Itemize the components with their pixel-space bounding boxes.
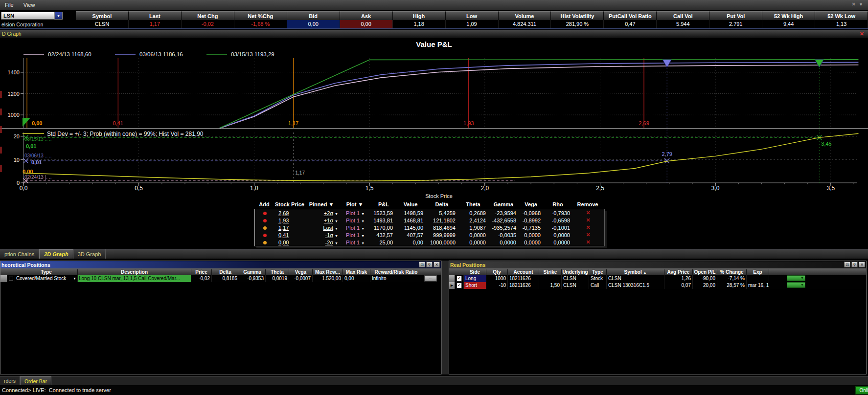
quote-value: 0,00 — [340, 20, 393, 28]
pinned-type-dropdown[interactable]: Last▼ — [306, 225, 338, 231]
svg-text:3,45: 3,45 — [821, 141, 831, 147]
quote-value: 4.824.311 — [499, 20, 551, 28]
pinned-stock-price-link[interactable]: 0,00 — [274, 240, 306, 245]
quote-value: 1,18 — [393, 20, 446, 28]
tab-order-bar[interactable]: Order Bar — [20, 376, 51, 385]
tab-rders[interactable]: rders — [0, 376, 20, 385]
remove-point-button[interactable]: ✕ — [573, 217, 603, 223]
menu-view[interactable]: View — [19, 1, 40, 9]
window-controls[interactable]: ✕▾ — [852, 1, 866, 7]
theo-value: -0,02 — [191, 275, 212, 282]
tab-3d-graph[interactable]: 3D Graph — [73, 249, 106, 259]
quote-value: 1,17 — [129, 20, 182, 28]
svg-text:1,17: 1,17 — [296, 170, 305, 176]
quote-value: -0,02 — [182, 20, 234, 28]
svg-text:2,0: 2,0 — [480, 185, 489, 192]
row-selector[interactable]: ▶ — [449, 282, 455, 289]
real-col-header: Symbol ▲ — [607, 269, 664, 275]
chevron-down-icon[interactable]: ▾ — [860, 1, 866, 7]
position-checkbox[interactable]: ✓ — [457, 276, 462, 282]
side-cell: Long — [464, 275, 486, 282]
graph-close-icon[interactable]: ✕ — [860, 31, 864, 37]
legend-entry: 02/24/13 1168,60 — [48, 51, 91, 57]
pinned-col-3[interactable]: Plot ▼ — [338, 201, 372, 207]
pinned-stock-price-link[interactable]: 1,93 — [274, 218, 306, 223]
theo-col-header: Price — [191, 269, 212, 275]
remove-point-button[interactable]: ✕ — [573, 210, 603, 216]
theo-value: 0,00 — [343, 275, 370, 282]
pinned-type-dropdown[interactable]: +2σ▼ — [306, 210, 338, 216]
pinned-stock-price-link[interactable]: 2,69 — [274, 210, 306, 216]
tab-2d-graph[interactable]: 2D Graph — [39, 249, 73, 259]
pin-icon[interactable]: ⚲ — [851, 262, 858, 267]
real-table-header: SideQtyAccountStrikeUnderlyingTypeSymbol… — [449, 268, 866, 275]
chevron-down-icon: ▼ — [361, 241, 365, 245]
svg-text:0,0: 0,0 — [20, 185, 28, 192]
expiry-marker-icon[interactable] — [815, 60, 823, 67]
pinned-stock-price-link[interactable]: 1,17 — [274, 225, 306, 231]
pinned-type-dropdown[interactable]: +1σ▼ — [306, 218, 338, 223]
strategy-type-dropdown[interactable]: Covered/Married Stock▼ — [15, 275, 78, 282]
svg-text:3,5: 3,5 — [827, 185, 835, 192]
position-description: Long 10 CLSN mar, 13 1,5 Call Covered/Ma… — [78, 275, 191, 282]
close-icon[interactable]: ✕ — [859, 262, 865, 267]
pinned-table-header: AddStock PricePinned ▼Plot ▼P&LValueDelt… — [254, 200, 604, 208]
pinned-value: -0,0968 — [519, 210, 544, 216]
plot-dropdown[interactable]: Plot 1▼ — [338, 218, 372, 223]
symbol-combo-value[interactable]: LSN — [1, 12, 54, 20]
plot-dropdown[interactable]: Plot 1▼ — [338, 232, 372, 238]
remove-point-button[interactable]: ✕ — [573, 239, 603, 245]
company-name: elsion Corporation — [1, 22, 43, 27]
pinned-value: -0,7930 — [544, 210, 573, 216]
separator — [0, 28, 868, 29]
row-selector[interactable] — [449, 275, 455, 282]
real-value: 0,07 — [664, 282, 693, 289]
remove-point-button[interactable]: ✕ — [573, 224, 603, 231]
plot-dropdown[interactable]: Plot 1▼ — [338, 240, 372, 245]
pinned-col-2[interactable]: Pinned ▼ — [305, 201, 338, 207]
real-position-row: ▶✓Short-10182116261,50CLSNCallCLSN 13031… — [449, 282, 866, 289]
theoretical-positions-title: heoretical Positions — [1, 262, 50, 268]
plot-dropdown[interactable]: Plot 1▼ — [338, 225, 372, 231]
order-action-dropdown[interactable]: ▼ — [787, 282, 805, 288]
menu-file[interactable]: File — [0, 1, 19, 9]
real-value: 1,26 — [664, 275, 693, 282]
close-icon[interactable]: ✕ — [434, 262, 440, 267]
combo-dropdown-icon[interactable]: ▼ — [54, 12, 63, 20]
pinned-value: 818,4694 — [426, 225, 458, 231]
more-options-button[interactable]: ... — [424, 275, 437, 282]
theo-col-header: Max Rew... — [313, 269, 343, 275]
restore-icon[interactable]: ⊡ — [419, 262, 425, 267]
panel-splitter[interactable] — [441, 261, 449, 374]
svg-text:1,93: 1,93 — [463, 120, 474, 126]
plot-dropdown[interactable]: Plot 1▼ — [338, 210, 372, 216]
pinned-col-11: Remove — [572, 201, 603, 207]
tab-ption-chains[interactable]: ption Chains — [0, 249, 39, 259]
quote-value: 0,00 — [287, 20, 340, 28]
position-checkbox[interactable]: ✓ — [457, 283, 462, 288]
pinned-value: 1170,00 — [372, 225, 396, 231]
restore-icon[interactable]: ⊡ — [844, 262, 850, 267]
pinned-value: 0,0000 — [458, 240, 489, 245]
pinned-stock-price-link[interactable]: 0,41 — [274, 232, 306, 238]
theo-col-header: Theta — [266, 269, 289, 275]
pin-marker-icon[interactable] — [23, 118, 30, 127]
pinned-type-dropdown[interactable]: -2σ▼ — [306, 240, 338, 245]
symbol-combobox[interactable]: LSN ▼ — [1, 12, 63, 20]
real-col-header: Exp — [747, 269, 769, 275]
pinned-col-7: Theta — [458, 201, 488, 207]
order-action-dropdown[interactable]: ▼ — [787, 275, 805, 281]
real-value: mar 16, 13 — [747, 282, 769, 289]
pin-icon[interactable]: ⚲ — [426, 262, 433, 267]
real-positions-panel: Real Positions ⊡ ⚲ ✕ SideQtyAccountStrik… — [449, 261, 867, 374]
real-value — [747, 275, 769, 282]
remove-point-button[interactable]: ✕ — [573, 232, 603, 238]
pinned-type-dropdown[interactable]: -1σ▼ — [306, 232, 338, 238]
add-point-link[interactable]: Add — [254, 201, 274, 207]
quote-col-header: Put Vol — [709, 11, 762, 20]
orange-dot-icon — [263, 241, 267, 244]
close-icon[interactable]: ✕ — [852, 1, 860, 7]
chevron-down-icon: ▼ — [335, 241, 338, 245]
pinned-value: 999,9999 — [426, 232, 458, 238]
pinned-value: -0,6598 — [544, 218, 573, 223]
